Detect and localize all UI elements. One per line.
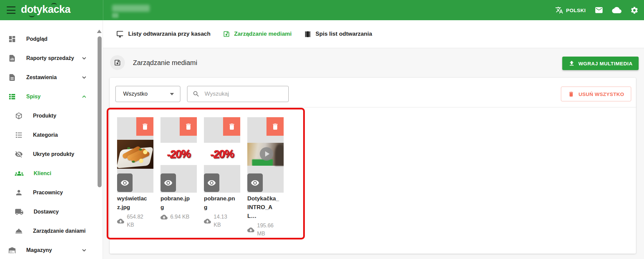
sidebar-item-zarzadzanie-daniami[interactable]: Zarządzanie daniami [0,221,103,240]
upload-media-button[interactable]: WGRAJ MULTIMEDIA [562,57,639,70]
app-root: dotykacka POLSKI [0,0,644,259]
media-label: wyświetlacz.jpg 654.82 KB [117,194,149,229]
media-label: pobrane.jpg 6.94 KB [160,194,192,221]
trash-icon [184,123,192,131]
chevron-down-icon [80,74,88,81]
dropdown-caret-icon [170,93,174,95]
cloud-download-icon [160,214,168,221]
header-actions: POLSKI [555,0,639,20]
tenant-name-redacted [112,5,150,12]
delete-media-button[interactable] [223,117,240,136]
media-filesize: 195.66 MB [257,222,279,238]
media-type-value: Wszystko [123,91,148,97]
preview-media-button[interactable] [247,173,263,192]
person-icon [15,189,23,197]
media-size-row: 195.66 MB [247,222,279,238]
language-label: POLSKI [566,7,586,13]
chevron-up-icon [80,93,88,100]
trash-icon [228,123,236,131]
preview-media-button[interactable] [160,173,176,192]
delete-media-button[interactable] [266,117,284,136]
sidebar-scrollbar-thumb[interactable] [98,36,102,187]
app-header: dotykacka POLSKI [0,0,644,20]
media-size-row: 14.13 KB [204,213,236,229]
upload-icon [568,60,575,67]
list-grid-icon [8,93,16,101]
sidebar-item-magazyny[interactable]: Magazyny [0,240,103,259]
media-filename: wyświetlacz.jpg [117,194,149,212]
eye-icon [251,179,259,187]
cloud-download-icon [247,226,254,233]
sidebar-item-kategoria[interactable]: Kategoria [0,125,103,144]
logo-accent-under [29,15,35,17]
discount-label: -20% [167,147,191,161]
chevron-down-icon [80,55,88,62]
media-filename: pobrane.jpg [160,194,192,212]
save-media-icon [114,59,121,66]
sales-report-icon [8,54,16,62]
delete-media-button[interactable] [136,117,153,136]
page-title-badge [110,55,125,70]
media-filename: Dotykačka_INTRO_AL… [247,194,279,221]
media-filesize: 6.94 KB [170,213,192,221]
sidebar-item-produkty[interactable]: Produkty [0,106,103,125]
sidebar-item-ukryte-produkty[interactable]: Ukryte produkty [0,144,103,164]
discount-promo-thumbnail: -20% [204,143,240,165]
preview-media-button[interactable] [117,173,133,192]
page-title: Zarządzanie mediami [133,55,197,70]
trash-icon [568,91,574,97]
media-item: Dotykačka_INTRO_AL… 195.66 MB [247,117,284,238]
sidebar-item-raporty-sprzedazy[interactable]: Raporty sprzedaży [0,48,103,68]
tenant-id-redacted [112,13,118,18]
document-icon [8,73,16,82]
monitor-icon [116,30,124,38]
cloud-icon[interactable] [612,5,621,15]
media-thumbnail-discount: -20% [204,117,240,193]
language-selector[interactable]: POLSKI [555,6,586,14]
save-media-icon [223,30,230,38]
sidebar-scroll-up-arrow[interactable] [97,30,102,33]
section-tabbar: Listy odtwarzania przy kasach Zarządzani… [103,20,644,48]
media-size-row: 654.82 KB [117,213,149,229]
tab-spis-list-odtwarzania[interactable]: Spis list odtwarzania [304,30,372,38]
play-icon [260,147,273,161]
search-input[interactable] [204,90,281,98]
delete-media-button[interactable] [180,117,197,136]
truck-icon [15,207,24,216]
search-box [187,86,289,102]
sidebar-item-pracownicy[interactable]: Pracownicy [0,183,103,202]
settings-gear-icon[interactable] [630,6,639,14]
dotykacka-logo[interactable]: dotykacka [21,3,70,15]
media-item: -20% pobrane.jpg 6.94 KB [160,117,197,238]
sidebar-item-dostawcy[interactable]: Dostawcy [0,202,103,221]
preview-media-button[interactable] [204,173,219,192]
media-filename: pobrane.png [204,194,236,212]
tab-listy-odtwarzania[interactable]: Listy odtwarzania przy kasach [116,30,211,38]
media-item: -20% pobrane.png 14.13 KB [204,117,240,238]
logo-accent-over [51,3,57,5]
discount-promo-thumbnail: -20% [160,143,197,165]
cloud-download-icon [204,218,211,225]
media-thumbnail-video [247,117,284,193]
food-photo-thumbnail [117,140,153,169]
sidebar-item-spisy[interactable]: Spisy [0,87,103,106]
tab-zarzadzanie-mediami[interactable]: Zarządzanie mediami [223,30,292,38]
media-filesize: 14.13 KB [214,213,236,229]
eye-icon [164,179,173,187]
media-thumbnail-discount: -20% [160,117,197,193]
hamburger-menu-icon[interactable] [7,6,15,14]
eye-icon [120,179,129,187]
warehouse-icon [8,246,16,254]
sidebar-item-klienci[interactable]: Klienci [0,164,103,183]
media-type-select[interactable]: Wszystko [115,86,180,102]
chevron-down-icon [80,247,88,254]
sidebar-item-podglad[interactable]: Podgląd [0,29,103,48]
people-group-icon [15,169,24,178]
mail-icon[interactable] [595,6,603,14]
media-management-content: Zarządzanie mediami WGRAJ MULTIMEDIA Wsz… [103,48,644,259]
discount-label: -20% [210,147,234,161]
sidebar-item-zestawienia[interactable]: Zestawienia [0,68,103,87]
list-bullets-icon [15,131,23,139]
filter-row: Wszystko USUŃ WSZYSTKO [110,78,636,107]
delete-all-button[interactable]: USUŃ WSZYSTKO [561,87,631,101]
